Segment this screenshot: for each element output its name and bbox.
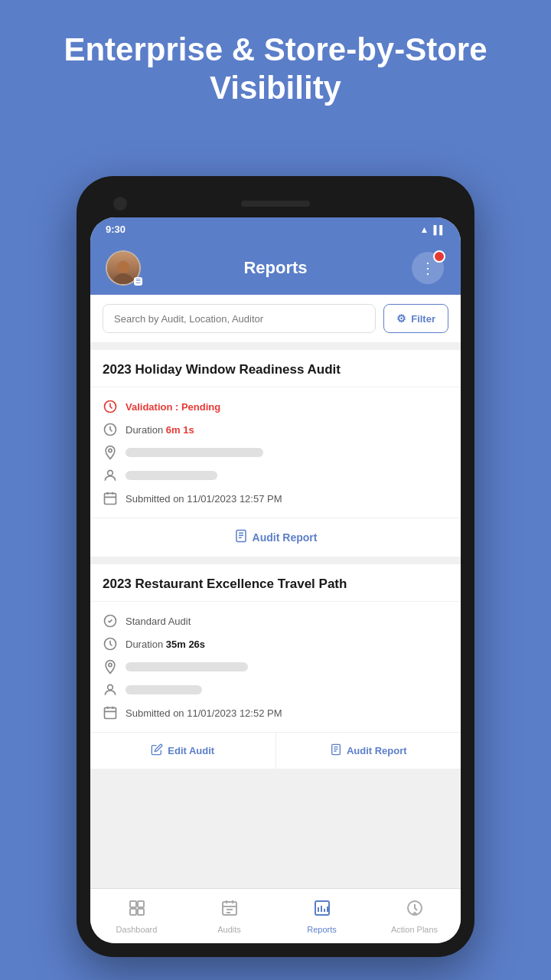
main-content: ⚙ Filter 2023 Holiday Window Readiness A… xyxy=(90,295,461,888)
duration-row-2: Duration 35m 26s xyxy=(103,632,448,655)
edit-icon xyxy=(151,743,163,758)
report-icon-2 xyxy=(330,743,342,758)
audit-card-2-title: 2023 Restaurant Excellence Travel Path xyxy=(90,564,461,602)
auditor-icon-1 xyxy=(103,468,118,483)
location-icon-2 xyxy=(103,659,118,675)
edit-audit-label: Edit Audit xyxy=(168,745,214,756)
duration-text-1: Duration 6m 1s xyxy=(126,424,194,436)
submitted-row-2: Submitted on 11/01/2023 12:52 PM xyxy=(103,701,448,724)
validation-icon xyxy=(103,399,118,414)
duration-icon-2 xyxy=(103,636,118,652)
filter-icon: ⚙ xyxy=(396,312,406,325)
location-row-1 xyxy=(103,441,448,464)
wifi-icon xyxy=(420,224,429,235)
svg-rect-4 xyxy=(105,493,116,504)
auditor-blurred-1 xyxy=(126,471,217,480)
status-time: 9:30 xyxy=(106,224,126,235)
submitted-text-1: Submitted on 11/01/2023 12:57 PM xyxy=(126,493,282,505)
audits-label: Audits xyxy=(217,925,241,934)
calendar-icon-1 xyxy=(103,491,118,506)
duration-row-1: Duration 6m 1s xyxy=(103,418,448,441)
svg-rect-13 xyxy=(138,901,144,907)
search-input[interactable] xyxy=(103,304,376,333)
report-icon-1 xyxy=(234,529,248,546)
nav-item-audits[interactable]: Audits xyxy=(183,889,276,943)
nav-item-action-plans[interactable]: Action Plans xyxy=(368,889,461,943)
audit-action-row-1: Audit Report xyxy=(90,518,461,557)
calendar-icon-2 xyxy=(103,705,118,720)
action-plans-icon xyxy=(406,899,424,922)
duration-icon-1 xyxy=(103,422,118,437)
submitted-row-1: Submitted on 11/01/2023 12:57 PM xyxy=(103,487,448,510)
dashboard-label: Dashboard xyxy=(116,925,158,934)
audits-icon xyxy=(220,899,239,922)
audit-report-btn-1[interactable]: Audit Report xyxy=(234,529,318,546)
audit-report-btn-2[interactable]: Audit Report xyxy=(276,733,461,769)
svg-point-2 xyxy=(109,449,112,452)
location-icon-1 xyxy=(103,445,118,460)
auditor-row-1 xyxy=(103,464,448,487)
filter-button[interactable]: ⚙ Filter xyxy=(383,304,448,333)
dual-action-row: Edit Audit Audit Report xyxy=(90,732,461,769)
svg-point-8 xyxy=(109,663,112,666)
svg-point-3 xyxy=(108,470,113,475)
header-options-button[interactable]: ⋮ xyxy=(410,250,445,286)
standard-row: Standard Audit xyxy=(103,609,448,632)
submitted-text-2: Submitted on 11/01/2023 12:52 PM xyxy=(126,707,282,719)
location-blurred-1 xyxy=(126,448,263,457)
nav-item-dashboard[interactable]: Dashboard xyxy=(90,889,183,943)
svg-point-9 xyxy=(108,684,113,690)
app-header: ☰ Reports ⋮ xyxy=(90,241,461,295)
phone-screen: 9:30 ☰ Reports ⋮ xyxy=(90,217,461,943)
nav-item-reports[interactable]: Reports xyxy=(276,889,368,943)
svg-rect-14 xyxy=(130,909,136,915)
standard-status: Standard Audit xyxy=(126,616,191,627)
notification-badge xyxy=(433,250,445,263)
duration-text-2: Duration 35m 26s xyxy=(126,639,205,650)
location-row-2 xyxy=(103,655,448,678)
svg-rect-10 xyxy=(105,707,116,718)
auditor-row-2 xyxy=(103,678,448,701)
avatar-container[interactable]: ☰ xyxy=(106,250,141,286)
audit-report-label-2: Audit Report xyxy=(347,745,407,756)
background-title: Enterprise & Store-by-Store Visibility xyxy=(0,0,551,108)
edit-audit-btn[interactable]: Edit Audit xyxy=(90,733,276,769)
filter-label: Filter xyxy=(411,313,435,325)
location-blurred-2 xyxy=(126,662,248,671)
audit-card-1-title: 2023 Holiday Window Readiness Audit xyxy=(90,350,461,387)
reports-label: Reports xyxy=(307,925,337,934)
validation-status: Validation : Pending xyxy=(126,401,220,413)
svg-rect-12 xyxy=(130,901,136,907)
phone-frame: 9:30 ☰ Reports ⋮ xyxy=(77,176,474,957)
action-plans-label: Action Plans xyxy=(391,925,438,934)
header-title: Reports xyxy=(243,258,307,278)
status-bar: 9:30 xyxy=(90,217,461,241)
signal-icon xyxy=(433,224,445,235)
bottom-nav: Dashboard Audits xyxy=(90,888,461,943)
dashboard-icon xyxy=(128,899,146,922)
menu-icon: ☰ xyxy=(134,277,142,286)
audit-card-2: 2023 Restaurant Excellence Travel Path S… xyxy=(90,564,461,769)
auditor-blurred-2 xyxy=(126,685,202,694)
svg-rect-15 xyxy=(138,909,144,915)
audit-card-1: 2023 Holiday Window Readiness Audit Vali… xyxy=(90,350,461,557)
phone-speaker xyxy=(241,201,310,207)
auditor-icon-2 xyxy=(103,682,118,697)
reports-icon xyxy=(313,899,331,922)
phone-camera xyxy=(113,197,127,211)
validation-row: Validation : Pending xyxy=(103,395,448,418)
standard-icon xyxy=(103,613,118,629)
audit-report-label-1: Audit Report xyxy=(253,531,318,544)
